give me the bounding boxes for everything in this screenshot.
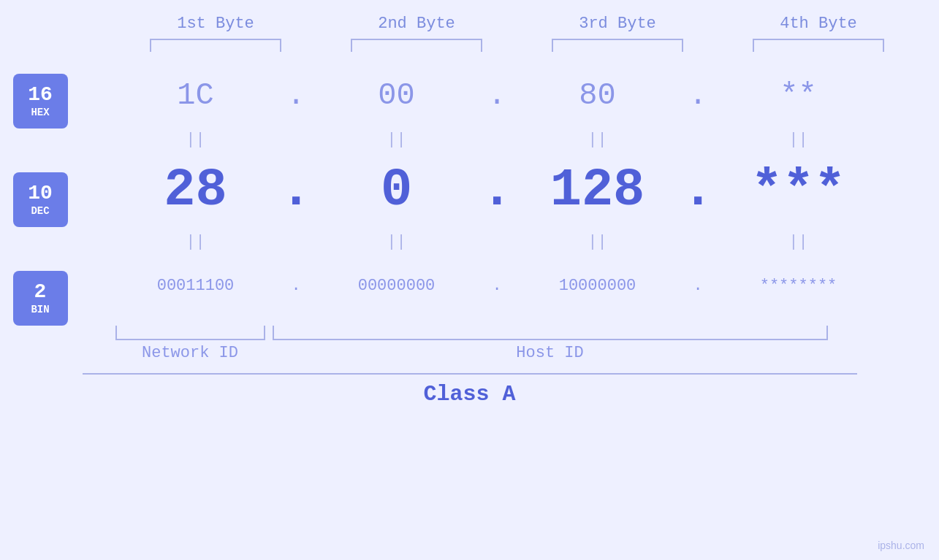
bracket-2: [351, 39, 482, 52]
dec-value-row: 28 . 0 . 128 . ***: [115, 154, 919, 227]
bracket-3: [552, 39, 683, 52]
hex-badge: 16 HEX: [13, 74, 68, 129]
bin-b4: ********: [718, 277, 879, 295]
hex-badge-number: 16: [28, 84, 53, 107]
eq2-b4: ||: [718, 233, 879, 251]
main-grid: 16 HEX 10 DEC 2 BIN 1C . 00 . 80 . **: [13, 66, 927, 362]
byte3-label: 3rd Byte: [537, 15, 698, 33]
dec-b1: 28: [115, 161, 276, 220]
main-container: 1st Byte 2nd Byte 3rd Byte 4th Byte 16 H…: [0, 0, 939, 560]
bin-b2: 00000000: [316, 277, 477, 295]
byte2-label: 2nd Byte: [336, 15, 497, 33]
bottom-line: [83, 373, 857, 375]
badge-column: 16 HEX 10 DEC 2 BIN: [13, 66, 101, 326]
bin-badge-label: BIN: [31, 304, 49, 315]
hex-b3: 80: [517, 78, 678, 113]
class-label: Class A: [83, 382, 857, 407]
dec-b2: 0: [316, 161, 477, 220]
eq1-b1: ||: [115, 131, 276, 149]
eq1-b4: ||: [718, 131, 879, 149]
hex-value-row: 1C . 00 . 80 . **: [115, 66, 919, 125]
bracket-4: [753, 39, 884, 52]
dec-badge-number: 10: [28, 183, 53, 205]
bin-b1: 00011100: [115, 277, 276, 295]
id-labels-row: Network ID Host ID: [115, 344, 919, 362]
hex-b1: 1C: [115, 78, 276, 113]
bottom-brackets: [115, 326, 919, 340]
hex-dot3: .: [678, 78, 718, 113]
host-id-bracket: [273, 326, 828, 340]
equals-row-1: || || || ||: [115, 125, 919, 154]
watermark: ipshu.com: [878, 540, 924, 551]
bin-value-row: 00011100 . 00000000 . 10000000 . *******…: [115, 256, 919, 315]
equals-row-2: || || || ||: [115, 227, 919, 256]
bin-b3: 10000000: [517, 277, 678, 295]
byte4-label: 4th Byte: [738, 15, 899, 33]
eq2-b1: ||: [115, 233, 276, 251]
header-row: 1st Byte 2nd Byte 3rd Byte 4th Byte: [115, 15, 919, 33]
dec-badge: 10 DEC: [13, 172, 68, 227]
dec-dot2: .: [477, 161, 517, 220]
eq1-b2: ||: [316, 131, 477, 149]
bin-dot3: .: [678, 277, 718, 295]
bin-badge: 2 BIN: [13, 271, 68, 326]
eq2-b2: ||: [316, 233, 477, 251]
eq2-b3: ||: [517, 233, 678, 251]
byte1-label: 1st Byte: [135, 15, 296, 33]
dec-dot1: .: [276, 161, 316, 220]
hex-b4: **: [718, 78, 879, 113]
bin-dot1: .: [276, 277, 316, 295]
dec-badge-label: DEC: [31, 205, 49, 217]
hex-dot2: .: [477, 78, 517, 113]
hex-badge-label: HEX: [31, 107, 49, 118]
values-section: 1C . 00 . 80 . ** || || || || 28: [115, 66, 919, 362]
eq1-b3: ||: [517, 131, 678, 149]
dec-b3: 128: [517, 161, 678, 220]
host-id-label: Host ID: [273, 344, 828, 362]
bin-badge-number: 2: [34, 281, 47, 304]
network-id-label: Network ID: [115, 344, 265, 362]
bracket-1: [150, 39, 281, 52]
hex-dot1: .: [276, 78, 316, 113]
dec-dot3: .: [678, 161, 718, 220]
top-brackets: [115, 39, 919, 52]
network-id-bracket: [115, 326, 265, 340]
bin-dot2: .: [477, 277, 517, 295]
dec-b4: ***: [718, 161, 879, 220]
hex-b2: 00: [316, 78, 477, 113]
